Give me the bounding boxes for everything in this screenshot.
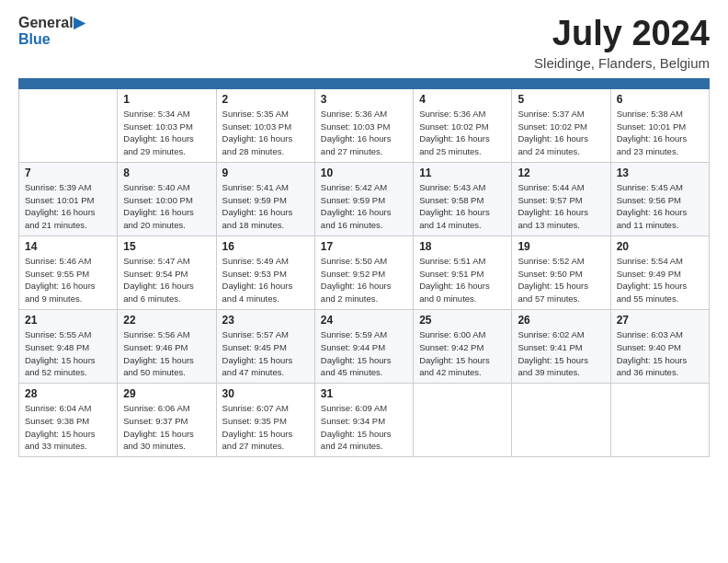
calendar-cell bbox=[512, 384, 610, 457]
day-number: 23 bbox=[222, 314, 309, 327]
day-info: Sunrise: 5:44 AMSunset: 9:57 PMDaylight:… bbox=[518, 182, 588, 230]
calendar-cell: 7 Sunrise: 5:39 AMSunset: 10:01 PMDaylig… bbox=[19, 162, 118, 236]
calendar-cell: 5 Sunrise: 5:37 AMSunset: 10:02 PMDaylig… bbox=[512, 88, 610, 162]
calendar-cell: 24 Sunrise: 5:59 AMSunset: 9:44 PMDaylig… bbox=[314, 309, 413, 383]
day-info: Sunrise: 6:09 AMSunset: 9:34 PMDaylight:… bbox=[321, 403, 392, 451]
day-info: Sunrise: 5:49 AMSunset: 9:53 PMDaylight:… bbox=[222, 256, 293, 304]
calendar-cell: 14 Sunrise: 5:46 AMSunset: 9:55 PMDaylig… bbox=[19, 236, 118, 309]
calendar-cell: 22 Sunrise: 5:56 AMSunset: 9:46 PMDaylig… bbox=[118, 309, 216, 383]
day-number: 2 bbox=[222, 93, 309, 106]
col-saturday bbox=[610, 78, 709, 88]
day-info: Sunrise: 6:06 AMSunset: 9:37 PMDaylight:… bbox=[123, 403, 194, 451]
day-number: 8 bbox=[123, 167, 210, 179]
day-number: 19 bbox=[518, 240, 604, 253]
day-info: Sunrise: 5:56 AMSunset: 9:46 PMDaylight:… bbox=[123, 329, 194, 377]
day-info: Sunrise: 5:38 AMSunset: 10:01 PMDaylight… bbox=[617, 109, 688, 156]
day-info: Sunrise: 6:00 AMSunset: 9:42 PMDaylight:… bbox=[419, 329, 490, 377]
day-number: 3 bbox=[321, 93, 407, 106]
day-number: 10 bbox=[321, 167, 407, 179]
day-number: 31 bbox=[321, 387, 407, 400]
calendar-cell: 23 Sunrise: 5:57 AMSunset: 9:45 PMDaylig… bbox=[216, 309, 314, 383]
day-info: Sunrise: 5:37 AMSunset: 10:02 PMDaylight… bbox=[518, 109, 588, 156]
calendar-cell: 6 Sunrise: 5:38 AMSunset: 10:01 PMDaylig… bbox=[610, 88, 709, 162]
calendar-cell: 20 Sunrise: 5:54 AMSunset: 9:49 PMDaylig… bbox=[610, 236, 709, 309]
calendar-cell: 25 Sunrise: 6:00 AMSunset: 9:42 PMDaylig… bbox=[414, 309, 512, 383]
day-number: 20 bbox=[617, 240, 703, 253]
day-info: Sunrise: 5:34 AMSunset: 10:03 PMDaylight… bbox=[123, 109, 194, 156]
day-info: Sunrise: 6:03 AMSunset: 9:40 PMDaylight:… bbox=[617, 329, 688, 377]
day-info: Sunrise: 5:46 AMSunset: 9:55 PMDaylight:… bbox=[25, 256, 96, 304]
calendar-cell bbox=[19, 88, 118, 162]
calendar-cell: 26 Sunrise: 6:02 AMSunset: 9:41 PMDaylig… bbox=[512, 309, 610, 383]
day-info: Sunrise: 5:36 AMSunset: 10:02 PMDaylight… bbox=[419, 109, 490, 156]
calendar-cell: 15 Sunrise: 5:47 AMSunset: 9:54 PMDaylig… bbox=[118, 236, 216, 309]
calendar-week-4: 28 Sunrise: 6:04 AMSunset: 9:38 PMDaylig… bbox=[19, 384, 710, 457]
day-info: Sunrise: 5:45 AMSunset: 9:56 PMDaylight:… bbox=[617, 182, 688, 230]
calendar-cell bbox=[610, 384, 709, 457]
day-info: Sunrise: 5:52 AMSunset: 9:50 PMDaylight:… bbox=[518, 256, 588, 304]
day-number: 14 bbox=[25, 240, 111, 253]
calendar-cell: 27 Sunrise: 6:03 AMSunset: 9:40 PMDaylig… bbox=[610, 309, 709, 383]
day-number: 28 bbox=[25, 387, 111, 400]
day-info: Sunrise: 5:59 AMSunset: 9:44 PMDaylight:… bbox=[321, 329, 392, 377]
day-number: 21 bbox=[25, 314, 111, 327]
day-info: Sunrise: 6:02 AMSunset: 9:41 PMDaylight:… bbox=[518, 329, 588, 377]
calendar-cell: 9 Sunrise: 5:41 AMSunset: 9:59 PMDayligh… bbox=[216, 162, 314, 236]
calendar-cell: 4 Sunrise: 5:36 AMSunset: 10:02 PMDaylig… bbox=[414, 88, 512, 162]
calendar-week-1: 7 Sunrise: 5:39 AMSunset: 10:01 PMDaylig… bbox=[19, 162, 710, 236]
col-friday bbox=[512, 78, 610, 88]
header: General▶ Blue July 2024 Sleidinge, Fland… bbox=[18, 15, 710, 71]
day-number: 6 bbox=[617, 93, 703, 106]
day-number: 26 bbox=[518, 314, 604, 327]
day-info: Sunrise: 5:40 AMSunset: 10:00 PMDaylight… bbox=[123, 182, 194, 230]
col-thursday bbox=[414, 78, 512, 88]
day-info: Sunrise: 5:36 AMSunset: 10:03 PMDaylight… bbox=[321, 109, 392, 156]
day-number: 30 bbox=[222, 387, 309, 400]
calendar-cell: 28 Sunrise: 6:04 AMSunset: 9:38 PMDaylig… bbox=[19, 384, 118, 457]
location-subtitle: Sleidinge, Flanders, Belgium bbox=[534, 55, 710, 71]
day-number: 15 bbox=[123, 240, 210, 253]
calendar-cell: 31 Sunrise: 6:09 AMSunset: 9:34 PMDaylig… bbox=[314, 384, 413, 457]
day-number: 27 bbox=[617, 314, 703, 327]
day-number: 12 bbox=[518, 167, 604, 179]
day-info: Sunrise: 5:41 AMSunset: 9:59 PMDaylight:… bbox=[222, 182, 293, 230]
calendar-cell: 30 Sunrise: 6:07 AMSunset: 9:35 PMDaylig… bbox=[216, 384, 314, 457]
day-number: 7 bbox=[25, 167, 111, 179]
calendar-cell: 3 Sunrise: 5:36 AMSunset: 10:03 PMDaylig… bbox=[314, 88, 413, 162]
day-number: 5 bbox=[518, 93, 604, 106]
logo: General▶ Blue bbox=[18, 15, 85, 47]
day-info: Sunrise: 5:57 AMSunset: 9:45 PMDaylight:… bbox=[222, 329, 293, 377]
day-number: 1 bbox=[123, 93, 210, 106]
month-title: July 2024 bbox=[534, 15, 710, 53]
day-number: 11 bbox=[419, 167, 506, 179]
calendar-cell: 13 Sunrise: 5:45 AMSunset: 9:56 PMDaylig… bbox=[610, 162, 709, 236]
day-info: Sunrise: 5:35 AMSunset: 10:03 PMDaylight… bbox=[222, 109, 293, 156]
day-info: Sunrise: 6:07 AMSunset: 9:35 PMDaylight:… bbox=[222, 403, 293, 451]
day-info: Sunrise: 5:43 AMSunset: 9:58 PMDaylight:… bbox=[419, 182, 490, 230]
calendar-week-0: 1 Sunrise: 5:34 AMSunset: 10:03 PMDaylig… bbox=[19, 88, 710, 162]
day-number: 29 bbox=[123, 387, 210, 400]
page: General▶ Blue July 2024 Sleidinge, Fland… bbox=[0, 0, 728, 563]
day-info: Sunrise: 5:55 AMSunset: 9:48 PMDaylight:… bbox=[25, 329, 96, 377]
day-info: Sunrise: 5:50 AMSunset: 9:52 PMDaylight:… bbox=[321, 256, 392, 304]
day-info: Sunrise: 5:51 AMSunset: 9:51 PMDaylight:… bbox=[419, 256, 490, 304]
calendar-cell: 12 Sunrise: 5:44 AMSunset: 9:57 PMDaylig… bbox=[512, 162, 610, 236]
calendar-cell: 29 Sunrise: 6:06 AMSunset: 9:37 PMDaylig… bbox=[118, 384, 216, 457]
day-number: 4 bbox=[419, 93, 506, 106]
calendar-cell: 1 Sunrise: 5:34 AMSunset: 10:03 PMDaylig… bbox=[118, 88, 216, 162]
day-number: 13 bbox=[617, 167, 703, 179]
day-number: 17 bbox=[321, 240, 407, 253]
calendar-cell: 11 Sunrise: 5:43 AMSunset: 9:58 PMDaylig… bbox=[414, 162, 512, 236]
calendar-week-2: 14 Sunrise: 5:46 AMSunset: 9:55 PMDaylig… bbox=[19, 236, 710, 309]
day-number: 9 bbox=[222, 167, 309, 179]
calendar-cell: 19 Sunrise: 5:52 AMSunset: 9:50 PMDaylig… bbox=[512, 236, 610, 309]
day-number: 18 bbox=[419, 240, 506, 253]
calendar-cell: 10 Sunrise: 5:42 AMSunset: 9:59 PMDaylig… bbox=[314, 162, 413, 236]
calendar-cell: 17 Sunrise: 5:50 AMSunset: 9:52 PMDaylig… bbox=[314, 236, 413, 309]
day-number: 24 bbox=[321, 314, 407, 327]
col-monday bbox=[118, 78, 216, 88]
day-info: Sunrise: 5:42 AMSunset: 9:59 PMDaylight:… bbox=[321, 182, 392, 230]
day-number: 22 bbox=[123, 314, 210, 327]
col-sunday bbox=[19, 78, 118, 88]
title-block: July 2024 Sleidinge, Flanders, Belgium bbox=[534, 15, 710, 71]
